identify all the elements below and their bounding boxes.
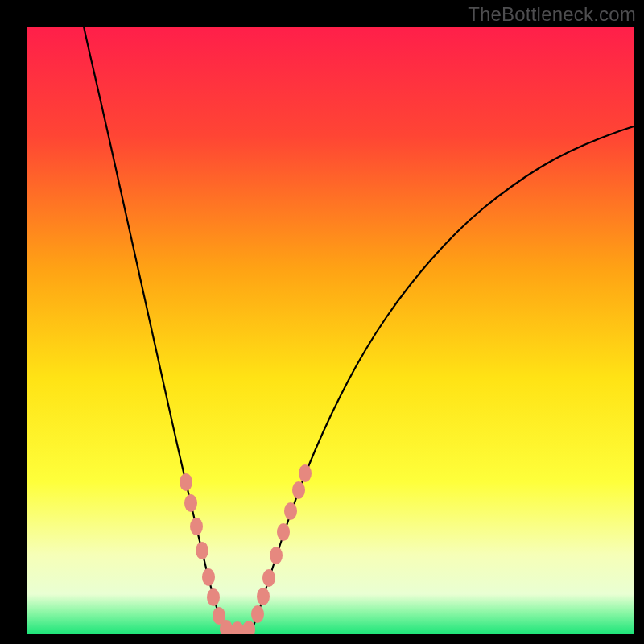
gradient-background [27, 27, 634, 634]
highlight-dot [292, 481, 305, 499]
highlight-dot [180, 473, 192, 491]
highlight-dot [184, 494, 197, 512]
highlight-dot [190, 518, 203, 535]
highlight-dot [202, 568, 215, 586]
watermark-label: TheBottleneck.com [468, 3, 636, 26]
highlight-dot [284, 502, 297, 520]
highlight-dot [299, 464, 312, 482]
highlight-dot [277, 523, 290, 541]
chart-svg [27, 27, 634, 634]
highlight-dot [207, 588, 220, 606]
highlight-dot [270, 547, 283, 564]
highlight-dot [257, 588, 270, 605]
highlight-dot [196, 542, 208, 559]
chart-frame: TheBottleneck.com [0, 0, 644, 644]
highlight-dot [262, 569, 275, 587]
plot-area [27, 27, 634, 634]
highlight-dot [251, 605, 264, 623]
